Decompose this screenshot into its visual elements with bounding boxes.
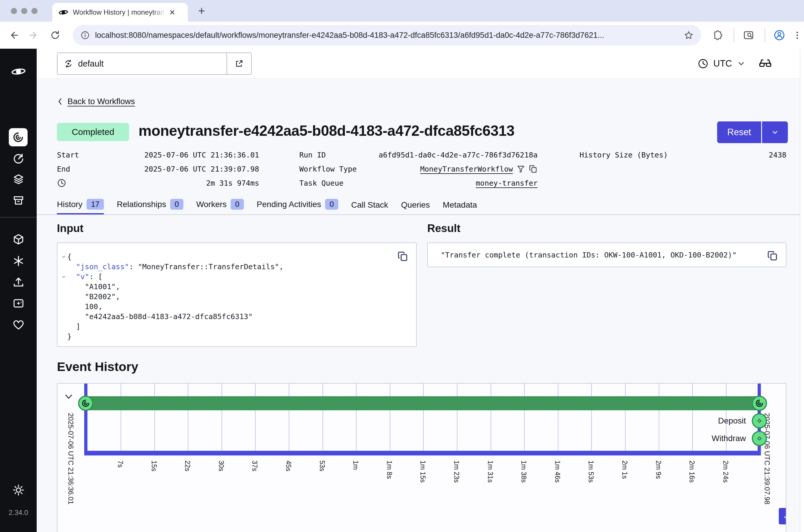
tick-label: 1m 15s <box>419 460 427 482</box>
tab-search-icon[interactable] <box>743 30 754 41</box>
tab-call-stack[interactable]: Call Stack <box>351 200 388 215</box>
activity-label-withdraw: Withdraw <box>658 433 746 444</box>
chevron-down-icon <box>737 59 746 68</box>
workflow-start-node[interactable] <box>78 396 93 411</box>
workflow-execution-bar[interactable] <box>86 396 760 410</box>
gridline <box>188 384 188 451</box>
back-to-workflows-link[interactable]: Back to Workflows <box>57 97 135 106</box>
site-info-icon[interactable] <box>80 31 90 40</box>
temporal-logo-icon[interactable] <box>11 64 26 79</box>
input-copy-icon[interactable] <box>397 251 409 262</box>
tab-queries[interactable]: Queries <box>401 200 430 215</box>
gridline <box>222 384 222 451</box>
back-label: Back to Workflows <box>68 97 135 106</box>
tab-history[interactable]: History17 <box>57 199 104 215</box>
reload-icon[interactable] <box>50 30 60 40</box>
menu-dots-icon[interactable] <box>792 30 802 40</box>
tick-label: 1m 23s <box>452 460 461 482</box>
result-copy-icon[interactable] <box>767 250 778 261</box>
sidebar-item-feedback[interactable] <box>12 319 25 331</box>
task-queue-link[interactable]: money-transfer <box>476 179 538 187</box>
theme-toggle-sun-icon[interactable] <box>12 484 25 496</box>
reset-split-button: Reset <box>717 121 788 143</box>
gridline <box>154 384 155 451</box>
collapse-chevron-icon[interactable] <box>57 272 67 282</box>
json-line: ] <box>57 322 416 332</box>
tab-title: Workflow History | moneytran <box>73 8 165 16</box>
browser-tab[interactable]: Workflow History | moneytran <box>52 3 188 22</box>
json-value: : [ <box>89 272 102 281</box>
sidebar-item-archival[interactable] <box>12 194 25 207</box>
sidebar-item-docs[interactable] <box>12 297 25 310</box>
detail-label: Workflow Type <box>299 165 357 173</box>
detail-row-workflow-type: Workflow Type MoneyTransferWorkflow <box>299 162 538 176</box>
labs-glasses-icon[interactable] <box>758 56 772 71</box>
window-close-button[interactable] <box>11 8 17 14</box>
sidebar-item-codec[interactable] <box>12 233 25 245</box>
json-line: "json_class": "MoneyTransfer::TransferDe… <box>57 262 416 272</box>
json-line: } <box>57 332 416 342</box>
main-content: Back to Workflows Completed moneytransfe… <box>37 79 800 532</box>
tabs-divider <box>37 214 800 215</box>
detail-value: 2025-07-06 UTC 21:39:07.98 <box>144 165 259 173</box>
tick-label: 2m 16s <box>688 460 696 482</box>
tab-workers[interactable]: Workers0 <box>196 199 244 215</box>
tick-label: 22s <box>183 460 191 471</box>
namespace-select[interactable]: default <box>57 53 252 75</box>
json-value: "B2002", <box>85 292 120 301</box>
json-line: { <box>57 252 416 262</box>
tab-count-badge: 17 <box>87 199 104 210</box>
sidebar-item-namespaces[interactable] <box>12 173 25 186</box>
new-tab-button[interactable] <box>197 6 206 15</box>
reset-menu-caret[interactable] <box>762 121 788 143</box>
bookmark-star-icon[interactable] <box>684 30 694 40</box>
detail-label: End <box>57 165 70 173</box>
tab-count-badge: 0 <box>325 199 338 210</box>
input-heading: Input <box>57 222 83 235</box>
url-bar[interactable]: localhost:8080/namespaces/default/workfl… <box>73 25 701 45</box>
timeline-collapse-chevron-icon[interactable] <box>64 393 73 401</box>
timezone-select[interactable]: UTC <box>697 49 746 78</box>
gutter <box>57 322 67 332</box>
namespace-external-link-icon[interactable] <box>226 53 251 74</box>
activity-marker-withdraw[interactable] <box>752 431 767 446</box>
sidebar-item-workflows[interactable] <box>9 128 27 146</box>
workflow-end-node[interactable] <box>752 396 767 411</box>
gridline <box>457 384 457 451</box>
event-history-heading: Event History <box>57 360 138 374</box>
tab-pending-activities[interactable]: Pending Activities0 <box>257 199 338 215</box>
namespace-bar: default UTC <box>37 49 804 79</box>
tab-relationships[interactable]: Relationships0 <box>117 199 183 215</box>
back-icon[interactable] <box>8 30 19 40</box>
filter-funnel-icon[interactable] <box>517 165 525 173</box>
gutter <box>57 292 67 302</box>
reset-button[interactable]: Reset <box>717 121 761 143</box>
profile-icon[interactable] <box>773 29 785 41</box>
status-badge: Completed <box>57 123 129 141</box>
tab-label: Relationships <box>117 200 166 209</box>
sidebar: 2.34.0 <box>0 49 37 532</box>
url-text: localhost:8080/namespaces/default/workfl… <box>95 31 684 40</box>
window-zoom-button[interactable] <box>32 8 38 14</box>
extensions-icon[interactable] <box>712 30 723 40</box>
activity-marker-deposit[interactable] <box>752 413 767 429</box>
tab-close-icon[interactable] <box>168 8 176 16</box>
tab-metadata[interactable]: Metadata <box>443 200 477 215</box>
browser-toolbar: localhost:8080/namespaces/default/workfl… <box>0 22 804 49</box>
sidebar-item-schedules[interactable] <box>12 153 25 165</box>
collapse-chevron-icon[interactable] <box>57 252 67 262</box>
page-scrollbar[interactable] <box>800 49 804 532</box>
tick-label: 1m 46s <box>554 460 561 482</box>
tick-label: 30s <box>217 460 225 471</box>
detail-row-history-size: History Size (Bytes) 2438 <box>580 148 786 162</box>
workflow-type-link[interactable]: MoneyTransferWorkflow <box>420 165 513 173</box>
detail-label: Start <box>57 151 79 159</box>
forward-icon[interactable] <box>29 30 39 40</box>
window-minimize-button[interactable] <box>21 8 27 14</box>
sidebar-item-import[interactable] <box>12 276 25 288</box>
json-line: "B2002", <box>57 292 416 302</box>
scroll-to-bottom-button[interactable] <box>779 508 786 525</box>
namespace-name: default <box>78 59 226 69</box>
sidebar-item-nexus[interactable] <box>12 255 25 267</box>
copy-icon[interactable] <box>529 165 538 173</box>
